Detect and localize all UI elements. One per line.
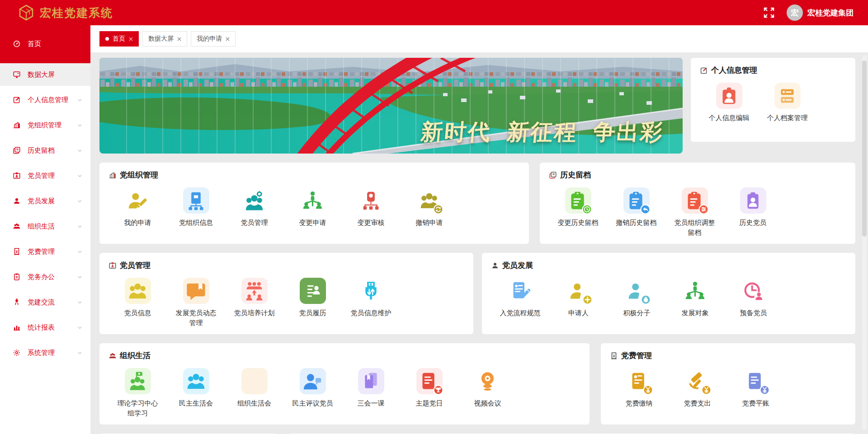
feature-item[interactable]: 党员信息 xyxy=(108,278,167,328)
scrollbar-thumb[interactable] xyxy=(862,61,867,237)
feature-item[interactable]: 积极分子 xyxy=(608,278,666,318)
chart-icon xyxy=(13,323,21,331)
feature-item[interactable]: 党员信息维护 xyxy=(342,278,400,328)
feature-item[interactable]: 理论学习中心组学习 xyxy=(108,368,167,418)
person-flame-icon xyxy=(624,278,650,304)
feature-label: 理论学习中心组学习 xyxy=(116,398,160,418)
person-icon xyxy=(13,197,21,205)
sidebar-item-label: 组织生活 xyxy=(28,222,55,231)
feature-item[interactable]: 视频会议 xyxy=(458,368,517,418)
tab-label: 数据大屏 xyxy=(148,35,174,43)
feature-item[interactable]: 入党流程规范 xyxy=(491,278,549,318)
feature-item[interactable]: 申请人 xyxy=(549,278,608,318)
feature-item[interactable]: 个人信息编辑 xyxy=(700,83,758,123)
sidebar-item-label: 党费管理 xyxy=(28,247,55,256)
org-name: 宏桂党建集团 xyxy=(807,8,854,18)
edit-square-icon xyxy=(700,66,708,75)
sidebar-item-exchange[interactable]: 党建交流 xyxy=(0,291,90,313)
fullscreen-icon[interactable] xyxy=(763,7,775,19)
feature-item[interactable]: 党员履历 xyxy=(283,278,342,328)
tab-home[interactable]: 首页 xyxy=(99,31,139,47)
feature-label: 党员信息 xyxy=(116,308,160,318)
feature-item[interactable]: 预备党员 xyxy=(724,278,783,318)
monitor-org-icon xyxy=(183,187,209,214)
archive-icon xyxy=(549,171,557,179)
feature-label: 发展党员动态管理 xyxy=(175,308,218,328)
feature-item[interactable]: 变更审核 xyxy=(342,187,400,228)
webcam-icon xyxy=(475,368,501,394)
sidebar-item-label: 统计报表 xyxy=(28,323,55,332)
feature-label: 党员履历 xyxy=(291,308,335,318)
feature-label: 党费缴纳 xyxy=(618,398,661,408)
sidebar-item-label: 数据大屏 xyxy=(28,70,55,79)
tab-data-screen[interactable]: 数据大屏 xyxy=(142,31,187,47)
clipboard-sliders-icon xyxy=(682,187,708,214)
feature-item[interactable]: 组织生活会 xyxy=(225,368,283,418)
org-tree-icon xyxy=(300,187,326,214)
vertical-scrollbar xyxy=(862,55,867,430)
feature-label: 历史党员 xyxy=(731,218,775,228)
card-member-mgmt: 党员管理 党员信息发展党员动态管理党员培养计划党员履历党员信息维护 xyxy=(99,253,473,334)
feature-item[interactable]: 党员组织调整留档 xyxy=(665,187,724,238)
sidebar-item-system[interactable]: 系统管理 xyxy=(0,341,90,364)
feature-item[interactable]: 党员管理 xyxy=(225,187,283,228)
monitor-icon xyxy=(13,70,21,79)
banner-image: 新时代 新征程 争出彩 xyxy=(99,58,683,154)
feature-label: 撤销申请 xyxy=(408,218,451,228)
sidebar-item-reports[interactable]: 统计报表 xyxy=(0,316,90,339)
usb-arrows-icon xyxy=(358,278,384,304)
feature-item[interactable]: 历史党员 xyxy=(724,187,782,238)
org-tree-icon xyxy=(682,278,708,304)
receipt-icon xyxy=(610,352,618,360)
feature-item[interactable]: 民主生活会 xyxy=(167,368,225,418)
user-menu[interactable]: 宏 宏桂党建集团 xyxy=(787,5,854,21)
card-title: 党费管理 xyxy=(621,350,652,361)
sidebar-item-party-org[interactable]: 党组织管理 xyxy=(0,114,90,136)
feature-item[interactable]: 发展党员动态管理 xyxy=(167,278,225,328)
feature-item[interactable]: 三会一课 xyxy=(342,368,400,418)
close-icon[interactable] xyxy=(226,37,230,41)
feature-item[interactable]: 党费平账 xyxy=(726,368,785,408)
sidebar-item-label: 首页 xyxy=(28,40,41,48)
feature-item[interactable]: 我的申请 xyxy=(108,187,167,228)
doc-yen-icon xyxy=(626,368,652,394)
sidebar-item-fee[interactable]: 党费管理 xyxy=(0,240,90,263)
feature-item[interactable]: 撤销历史留档 xyxy=(607,187,665,238)
feature-item[interactable]: 党员培养计划 xyxy=(225,278,283,328)
sidebar-item-data-screen[interactable]: 数据大屏 xyxy=(0,63,90,86)
feature-item[interactable]: 变更历史留档 xyxy=(549,187,607,238)
clipboard-arrow-icon xyxy=(623,187,650,214)
feature-item[interactable]: 民主评议党员 xyxy=(283,368,342,418)
feature-label: 党费平账 xyxy=(734,398,778,408)
idcard-icon xyxy=(108,261,117,270)
feature-item[interactable]: 发展对象 xyxy=(666,278,724,318)
feature-item[interactable]: 撤销申请 xyxy=(400,187,458,228)
feature-item[interactable]: 个人档案管理 xyxy=(758,83,816,123)
chevron-down-icon xyxy=(77,350,82,355)
feature-label: 主题党日 xyxy=(408,398,451,408)
close-icon[interactable] xyxy=(177,37,181,41)
card-title: 组织生活 xyxy=(120,350,151,361)
tab-my-applications[interactable]: 我的申请 xyxy=(191,31,236,47)
feature-item[interactable]: 党费缴纳 xyxy=(610,368,668,408)
sidebar-item-history-archive[interactable]: 历史留档 xyxy=(0,139,90,162)
app-title: 宏桂党建系统 xyxy=(40,5,113,20)
feature-item[interactable]: 变更申请 xyxy=(283,187,342,228)
card-title: 党组织管理 xyxy=(120,170,158,180)
feature-item[interactable]: 党费支出 xyxy=(668,368,726,408)
feature-label: 撤销历史留档 xyxy=(615,218,658,228)
close-icon[interactable] xyxy=(129,37,133,41)
chevron-down-icon xyxy=(77,173,82,178)
sidebar-item-home[interactable]: 首页 xyxy=(0,33,90,55)
sidebar-item-member-dev[interactable]: 党员发展 xyxy=(0,190,90,212)
feature-item[interactable]: 党组织信息 xyxy=(167,187,225,228)
sidebar-item-personal-info[interactable]: 个人信息管理 xyxy=(0,89,90,111)
sidebar-item-org-life[interactable]: 组织生活 xyxy=(0,215,90,238)
sidebar-item-office[interactable]: 党务办公 xyxy=(0,266,90,288)
feature-label: 党员培养计划 xyxy=(233,308,276,318)
sidebar-item-member-mgmt[interactable]: 党员管理 xyxy=(0,164,90,187)
feature-label: 我的申请 xyxy=(116,218,160,228)
main-content: 新时代 新征程 争出彩 个人信息管理 个人信息编辑个人档案管理 党组织管理 我的… xyxy=(90,52,868,434)
feature-label: 申请人 xyxy=(557,308,600,318)
feature-item[interactable]: 主题党日 xyxy=(400,368,458,418)
